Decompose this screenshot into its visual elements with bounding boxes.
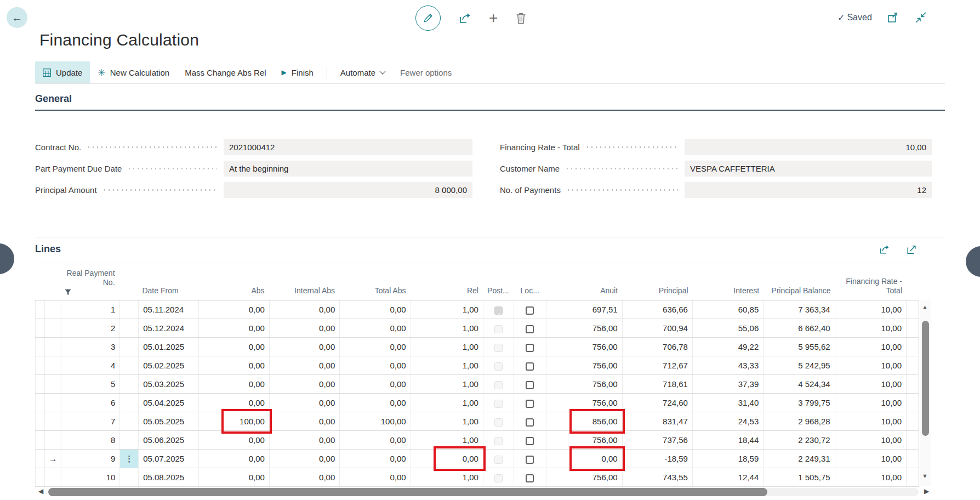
cell-internal_abs[interactable]: 0,00 — [270, 450, 340, 468]
cell-principal_balance[interactable]: 5 955,62 — [764, 338, 835, 356]
customer-name-input[interactable]: VESPA CAFFETTERIA — [685, 161, 932, 177]
cell-total_abs[interactable]: 0,00 — [340, 319, 411, 337]
cell-abs[interactable]: 100,00 — [199, 412, 270, 430]
cell-abs[interactable]: 0,00 — [199, 450, 270, 468]
cell-date[interactable]: 05.06.2025 — [139, 431, 198, 449]
cell-abs[interactable]: 0,00 — [199, 394, 270, 412]
cell-total_abs[interactable]: 0,00 — [340, 356, 411, 374]
cell-principal[interactable]: 737,56 — [623, 431, 693, 449]
loc-checkbox[interactable] — [526, 456, 534, 464]
cell-date[interactable]: 05.02.2025 — [139, 356, 198, 374]
cell-sel[interactable] — [45, 300, 61, 319]
column-header-principal_balance[interactable]: Principal Balance — [764, 286, 835, 300]
post-checkbox[interactable] — [494, 437, 503, 445]
cell-financing_rate[interactable]: 10,00 — [835, 356, 907, 374]
lines-section-heading[interactable]: Lines — [35, 243, 61, 255]
cell-anuit[interactable]: 756,00 — [546, 319, 622, 337]
horizontal-scrollbar-track[interactable] — [48, 488, 919, 496]
cell-no[interactable]: 7 — [61, 412, 120, 430]
cell-anuit[interactable]: 756,00 — [546, 338, 622, 356]
cell-internal_abs[interactable]: 0,00 — [270, 319, 340, 337]
cell-principal[interactable]: 831,47 — [623, 412, 693, 430]
cell-no[interactable]: 10 — [61, 468, 120, 486]
cell-internal_abs[interactable]: 0,00 — [270, 375, 340, 393]
cell-sel[interactable] — [45, 394, 61, 412]
column-header-date[interactable]: Date From — [138, 286, 198, 300]
cell-total_abs[interactable]: 100,00 — [340, 412, 411, 430]
scroll-left-icon[interactable]: ◀ — [38, 487, 43, 495]
column-header-no[interactable]: Real Payment No. — [60, 269, 119, 300]
delete-button[interactable] — [515, 12, 527, 25]
fewer-options-button[interactable]: Fewer options — [392, 61, 459, 83]
automate-dropdown[interactable]: Automate — [333, 61, 392, 83]
part-payment-due-date-input[interactable]: At the beginning — [224, 161, 472, 177]
vertical-scrollbar[interactable]: ▲ ▼ — [920, 300, 931, 486]
row-menu-button[interactable]: ⋮ — [120, 450, 139, 468]
share-button[interactable] — [458, 12, 471, 25]
cell-abs[interactable]: 0,00 — [199, 468, 270, 486]
cell-rel[interactable]: 1,00 — [411, 375, 483, 393]
post-checkbox[interactable] — [494, 344, 503, 352]
loc-checkbox[interactable] — [526, 325, 534, 333]
cell-financing_rate[interactable]: 10,00 — [835, 468, 907, 486]
cell-internal_abs[interactable]: 0,00 — [270, 468, 340, 486]
cell-anuit[interactable]: 756,00 — [546, 375, 622, 393]
cell-financing_rate[interactable]: 10,00 — [835, 375, 907, 393]
cell-internal_abs[interactable]: 0,00 — [270, 338, 340, 356]
cell-total_abs[interactable]: 0,00 — [340, 468, 411, 486]
column-header-post[interactable]: Post... — [483, 286, 514, 300]
filter-funnel-icon[interactable] — [65, 289, 114, 296]
cell-interest[interactable]: 43,33 — [693, 356, 764, 374]
cell-interest[interactable]: 37,39 — [693, 375, 764, 393]
post-checkbox[interactable] — [494, 306, 503, 315]
column-header-rel[interactable]: Rel — [411, 286, 483, 300]
column-header-abs[interactable]: Abs — [198, 286, 269, 300]
cell-date[interactable]: 05.12.2024 — [139, 319, 198, 337]
cell-rel[interactable]: 1,00 — [411, 338, 483, 356]
horizontal-scrollbar[interactable]: ◀ ▶ — [35, 487, 936, 498]
column-header-internal_abs[interactable]: Internal Abs — [269, 286, 340, 300]
cell-rel[interactable]: 1,00 — [411, 431, 483, 449]
cell-anuit[interactable]: 697,51 — [546, 300, 622, 319]
cell-rel[interactable]: 1,00 — [411, 468, 483, 486]
cell-sel[interactable] — [45, 412, 61, 430]
mass-change-abs-rel-button[interactable]: Mass Change Abs Rel — [177, 61, 274, 83]
cell-sel[interactable] — [45, 356, 61, 374]
cell-financing_rate[interactable]: 10,00 — [835, 300, 907, 319]
post-checkbox[interactable] — [494, 400, 503, 408]
cell-rel[interactable]: 1,00 — [411, 300, 483, 319]
cell-sel[interactable]: → — [45, 450, 61, 468]
lines-share-button[interactable] — [879, 244, 890, 255]
cell-financing_rate[interactable]: 10,00 — [835, 319, 907, 337]
cell-anuit[interactable]: 756,00 — [546, 468, 622, 486]
finish-button[interactable]: ▶ Finish — [274, 61, 321, 83]
cell-rel[interactable]: 0,00 — [411, 450, 483, 468]
cell-financing_rate[interactable]: 10,00 — [835, 394, 907, 412]
cell-internal_abs[interactable]: 0,00 — [270, 431, 340, 449]
post-checkbox[interactable] — [494, 418, 503, 427]
cell-interest[interactable]: 24,53 — [693, 412, 764, 430]
cell-interest[interactable]: 31,40 — [693, 394, 764, 412]
cell-total_abs[interactable]: 0,00 — [340, 450, 411, 468]
cell-interest[interactable]: 18,44 — [693, 431, 764, 449]
lines-expand-button[interactable] — [907, 244, 917, 255]
update-button[interactable]: Update — [35, 61, 90, 83]
open-in-new-window-button[interactable] — [887, 12, 899, 23]
horizontal-scrollbar-thumb[interactable] — [48, 488, 767, 496]
cell-financing_rate[interactable]: 10,00 — [835, 431, 907, 449]
cell-no[interactable]: 5 — [61, 375, 120, 393]
cell-total_abs[interactable]: 0,00 — [340, 394, 411, 412]
cell-principal_balance[interactable]: 6 662,40 — [764, 319, 835, 337]
cell-no[interactable]: 2 — [61, 319, 120, 337]
cell-interest[interactable]: 49,22 — [693, 338, 764, 356]
cell-sel[interactable] — [45, 431, 61, 449]
loc-checkbox[interactable] — [526, 437, 534, 445]
cell-rel[interactable]: 1,00 — [411, 356, 483, 374]
cell-principal_balance[interactable]: 3 799,75 — [764, 394, 835, 412]
cell-sel[interactable] — [45, 375, 61, 393]
cell-date[interactable]: 05.11.2024 — [139, 300, 198, 319]
cell-interest[interactable]: 60,85 — [693, 300, 764, 319]
cell-principal_balance[interactable]: 7 363,34 — [764, 300, 835, 319]
cell-principal[interactable]: -18,59 — [623, 450, 693, 468]
general-section-heading[interactable]: General — [35, 93, 945, 105]
